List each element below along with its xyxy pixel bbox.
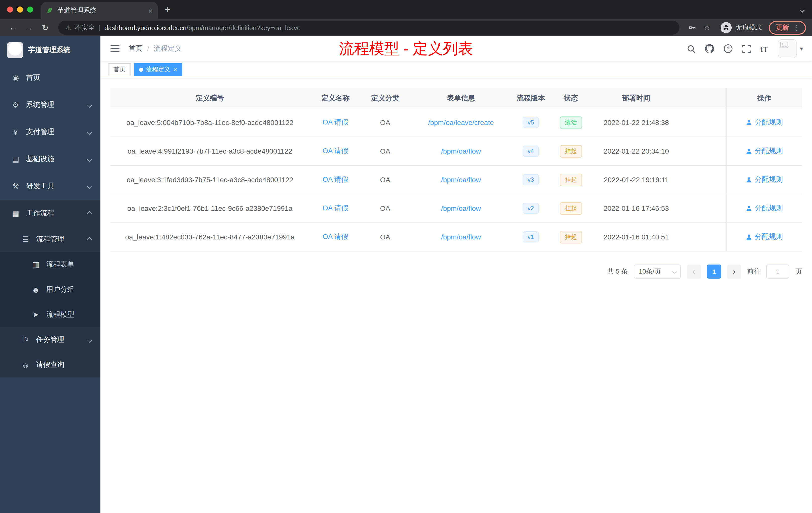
hamburger-icon[interactable] <box>110 43 120 54</box>
sidebar-item-label: 系统管理 <box>26 100 54 110</box>
tag-close-icon[interactable]: × <box>173 66 177 73</box>
breadcrumb-home[interactable]: 首页 <box>128 44 143 53</box>
close-window-button[interactable] <box>7 6 13 12</box>
actions-cell: 分配规则 <box>726 194 802 222</box>
font-size-icon[interactable]: tT <box>760 44 768 53</box>
actions-cell: 分配规则 <box>726 165 802 194</box>
sidebar-item-label: 任务管理 <box>36 335 64 344</box>
sidebar-item-process-form[interactable]: ▥ 流程表单 <box>0 252 100 277</box>
browser-update-button[interactable]: 更新 ⋮ <box>769 21 806 34</box>
bookmark-star-icon[interactable]: ☆ <box>700 21 714 34</box>
assign-rule-link[interactable]: 分配规则 <box>755 233 783 241</box>
table-row: oa_leave:2:3c1f0ef1-76b1-11ec-9c66-a2380… <box>111 194 802 223</box>
app-logo[interactable]: 芋道管理系统 <box>0 36 100 64</box>
assign-rule-link[interactable]: 分配规则 <box>755 204 783 213</box>
form-link[interactable]: /bpm/oa/flow <box>441 204 481 212</box>
tag-process-definition[interactable]: 流程定义 × <box>134 63 182 76</box>
help-icon[interactable]: ? <box>724 44 733 53</box>
user-icon <box>746 119 752 126</box>
tab-close-icon[interactable]: × <box>148 6 153 15</box>
sidebar-item-home[interactable]: ◉ 首页 <box>0 64 100 91</box>
browser-toolbar: ← → ↻ ⚠ 不安全 | dashboard.yudao.iocoder.cn… <box>0 19 812 36</box>
sidebar-item-process-management[interactable]: ☰ 流程管理 <box>0 227 100 252</box>
person-icon: ☺ <box>21 361 30 369</box>
status-badge: 激活 <box>560 116 582 129</box>
security-label[interactable]: 不安全 <box>75 23 95 32</box>
form-link[interactable]: /bpm/oa/leave/create <box>428 118 494 126</box>
definition-name-link[interactable]: OA 请假 <box>323 118 348 127</box>
version-badge[interactable]: v5 <box>522 117 539 128</box>
definition-name-link[interactable]: OA 请假 <box>323 204 348 213</box>
status-badge: 挂起 <box>560 231 582 243</box>
monitor-icon: ▤ <box>11 155 20 163</box>
page-size-select[interactable]: 10条/页 <box>634 265 681 279</box>
assign-rule-link[interactable]: 分配规则 <box>755 147 783 156</box>
browser-menu-icon[interactable]: ⋮ <box>793 24 801 32</box>
search-icon[interactable] <box>687 44 696 53</box>
sidebar-item-dev-tools[interactable]: ⚒ 研发工具 <box>0 173 100 200</box>
column-header-definition-category: 定义分类 <box>361 88 409 108</box>
definition-name-link[interactable]: OA 请假 <box>323 147 348 156</box>
password-key-icon[interactable] <box>686 21 698 34</box>
sidebar-item-workflow[interactable]: ▦ 工作流程 <box>0 200 100 227</box>
form-link[interactable]: /bpm/oa/flow <box>441 176 481 184</box>
sidebar-item-task-management[interactable]: ⚐ 任务管理 <box>0 327 100 352</box>
gear-icon: ⚙ <box>11 100 20 110</box>
prev-page-button[interactable]: ‹ <box>687 265 701 279</box>
goto-label: 前往 <box>747 267 760 276</box>
sidebar: 芋道管理系统 ◉ 首页 ⚙ 系统管理 ¥ 支付管理 ▤ <box>0 36 100 513</box>
goto-page-input[interactable] <box>766 265 789 279</box>
definition-name-link[interactable]: OA 请假 <box>323 175 348 184</box>
sidebar-item-label: 基础设施 <box>26 155 54 163</box>
browser-tab[interactable]: 芋道管理系统 × <box>41 2 158 19</box>
tab-search-chevron-icon[interactable] <box>801 5 804 14</box>
back-button[interactable]: ← <box>6 21 20 35</box>
address-bar[interactable]: ⚠ 不安全 | dashboard.yudao.iocoder.cn/bpm/m… <box>58 21 679 35</box>
version-badge[interactable]: v4 <box>522 146 539 157</box>
sidebar-item-leave-query[interactable]: ☺ 请假查询 <box>0 352 100 378</box>
form-link[interactable]: /bpm/oa/flow <box>441 233 481 241</box>
version-badge[interactable]: v3 <box>522 174 539 185</box>
tools-icon: ⚒ <box>11 182 20 191</box>
status-cell: 激活 <box>548 109 593 137</box>
list-icon: ☰ <box>21 235 30 244</box>
user-icon <box>746 148 752 154</box>
column-header-definition-name: 定义名称 <box>309 88 361 108</box>
sidebar-item-infrastructure[interactable]: ▤ 基础设施 <box>0 146 100 173</box>
tag-home[interactable]: 首页 <box>109 63 130 76</box>
user-avatar-menu[interactable]: ▾ <box>778 39 803 58</box>
deploy-time: 2022-01-16 01:40:51 <box>593 223 679 251</box>
fullscreen-icon[interactable] <box>742 44 751 53</box>
table-header-row: 定义编号 定义名称 定义分类 表单信息 流程版本 状态 部署时间 操作 <box>111 88 802 109</box>
browser-tabstrip: 芋道管理系统 × + <box>0 0 812 19</box>
new-tab-button[interactable]: + <box>165 4 171 14</box>
version-badge[interactable]: v2 <box>522 203 539 214</box>
zoom-window-button[interactable] <box>27 6 33 12</box>
forward-button[interactable]: → <box>22 21 36 35</box>
reload-button[interactable]: ↻ <box>38 21 52 35</box>
sidebar-item-payment-management[interactable]: ¥ 支付管理 <box>0 118 100 146</box>
next-page-button[interactable]: › <box>727 265 741 279</box>
definition-name-link[interactable]: OA 请假 <box>323 233 348 241</box>
assign-rule-link[interactable]: 分配规则 <box>755 118 783 127</box>
incognito-label: 无痕模式 <box>736 23 762 32</box>
assign-rule-link[interactable]: 分配规则 <box>755 175 783 184</box>
form-link[interactable]: /bpm/oa/flow <box>441 147 481 155</box>
minimize-window-button[interactable] <box>17 6 23 12</box>
column-header-deploy-time: 部署时间 <box>593 88 679 108</box>
deploy-time: 2022-01-16 17:46:53 <box>593 194 679 222</box>
paper-plane-icon: ➤ <box>31 310 40 319</box>
deploy-time: 2022-01-22 20:34:10 <box>593 137 679 165</box>
table-row: oa_leave:3:1fad3d93-7b75-11ec-a3c8-acde4… <box>111 165 802 194</box>
sidebar-item-system-management[interactable]: ⚙ 系统管理 <box>0 91 100 118</box>
sidebar-item-process-model[interactable]: ➤ 流程模型 <box>0 302 100 327</box>
version-badge[interactable]: v1 <box>522 232 539 242</box>
tag-label: 首页 <box>114 65 125 74</box>
definition-name-cell: OA 请假 <box>309 194 361 222</box>
sidebar-item-user-group[interactable]: ☻ 用户分组 <box>0 277 100 302</box>
github-icon[interactable] <box>705 44 714 53</box>
column-header-filler <box>679 88 726 108</box>
current-page-button[interactable]: 1 <box>707 265 721 279</box>
column-header-status: 状态 <box>548 88 593 108</box>
main-area: 首页 / 流程定义 流程模型 - 定义列表 ? <box>100 36 812 513</box>
